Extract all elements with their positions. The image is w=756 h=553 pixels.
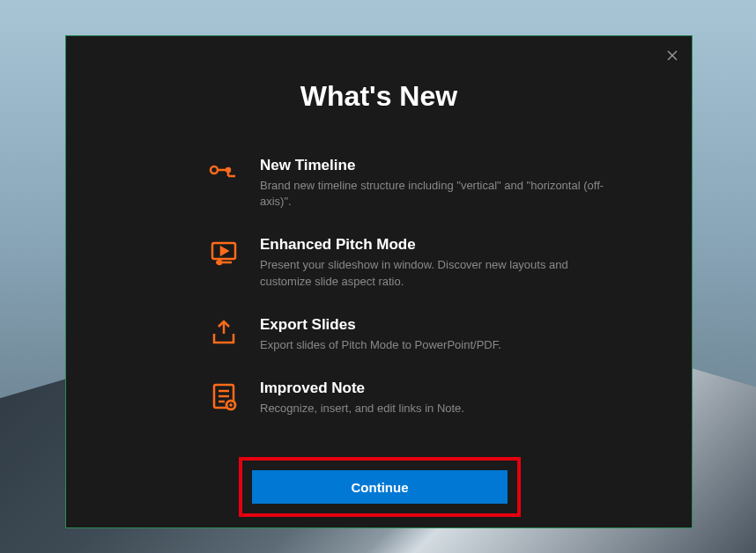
feature-title: Export Slides xyxy=(260,316,621,334)
note-icon xyxy=(207,381,241,415)
features-list: New Timeline Brand new timeline structur… xyxy=(66,157,692,417)
svg-point-6 xyxy=(226,168,230,172)
feature-note: Improved Note Recognize, insert, and edi… xyxy=(207,380,621,417)
feature-content: New Timeline Brand new timeline structur… xyxy=(260,157,621,210)
export-icon xyxy=(207,318,241,351)
continue-button-highlight: Continue xyxy=(239,457,521,517)
feature-description: Export slides of Pitch Mode to PowerPoin… xyxy=(260,337,621,353)
feature-content: Export Slides Export slides of Pitch Mod… xyxy=(260,316,621,353)
close-icon xyxy=(667,50,678,61)
svg-point-2 xyxy=(211,166,218,173)
play-screen-icon xyxy=(207,238,241,271)
feature-title: Improved Note xyxy=(260,380,621,397)
feature-pitch-mode: Enhanced Pitch Mode Present your slidesh… xyxy=(207,236,621,289)
feature-description: Brand new timeline structure including "… xyxy=(260,178,621,210)
feature-export: Export Slides Export slides of Pitch Mod… xyxy=(207,316,621,353)
timeline-icon xyxy=(207,159,241,192)
svg-point-9 xyxy=(218,261,221,264)
close-button[interactable] xyxy=(665,48,679,63)
feature-timeline: New Timeline Brand new timeline structur… xyxy=(207,157,621,210)
feature-title: New Timeline xyxy=(260,157,621,174)
dialog-title: What's New xyxy=(66,80,692,113)
feature-description: Present your slideshow in window. Discov… xyxy=(260,257,621,289)
feature-title: Enhanced Pitch Mode xyxy=(260,236,621,254)
feature-description: Recognize, insert, and edit links in Not… xyxy=(260,401,621,417)
feature-content: Improved Note Recognize, insert, and edi… xyxy=(260,380,621,417)
continue-button[interactable]: Continue xyxy=(252,470,508,504)
feature-content: Enhanced Pitch Mode Present your slidesh… xyxy=(260,236,621,289)
whats-new-dialog: What's New New Timeline Brand new timeli… xyxy=(65,35,693,528)
